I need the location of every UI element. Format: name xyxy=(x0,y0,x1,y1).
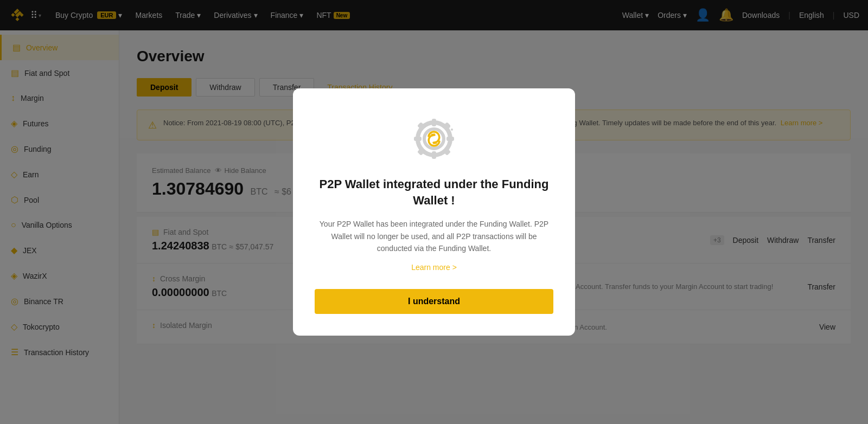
svg-rect-4 xyxy=(432,151,436,159)
svg-point-13 xyxy=(447,125,450,128)
modal-overlay[interactable]: P2P Wallet integrated under the Funding … xyxy=(0,0,868,424)
p2p-wallet-icon xyxy=(410,114,458,163)
modal-description: Your P2P Wallet has been integrated unde… xyxy=(315,218,553,254)
svg-rect-3 xyxy=(432,119,436,126)
svg-rect-6 xyxy=(446,137,454,141)
modal-icon-wrapper xyxy=(315,114,553,163)
svg-rect-5 xyxy=(414,137,422,141)
modal-confirm-button[interactable]: I understand xyxy=(315,289,553,314)
svg-point-14 xyxy=(451,129,453,131)
modal-dialog: P2P Wallet integrated under the Funding … xyxy=(293,88,575,336)
modal-title: P2P Wallet integrated under the Funding … xyxy=(315,176,553,210)
modal-learn-more-link[interactable]: Learn more > xyxy=(315,263,553,272)
